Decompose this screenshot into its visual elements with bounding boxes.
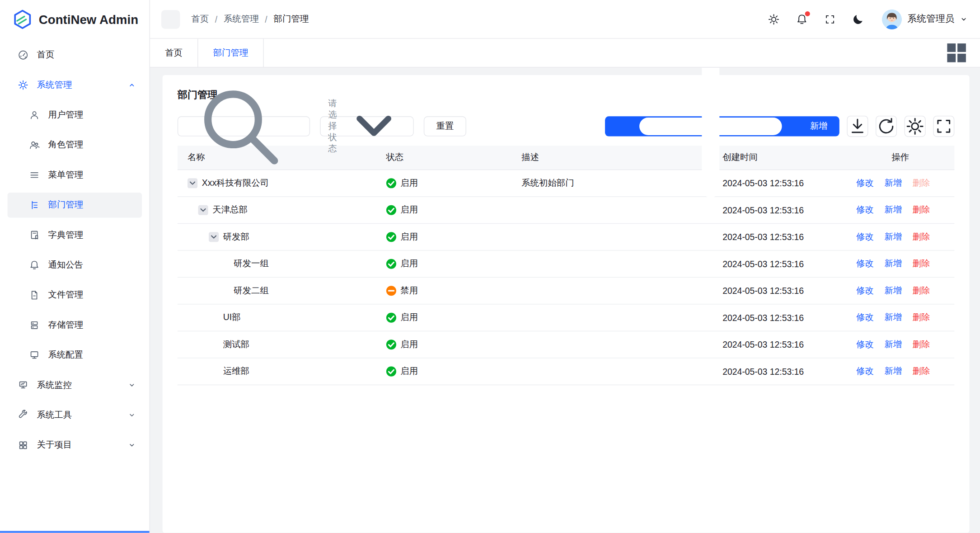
name-cell: Xxx科技有限公司 <box>178 178 376 189</box>
monitor-icon <box>29 349 40 361</box>
file-icon <box>29 289 40 301</box>
dark-mode-moon-icon[interactable] <box>852 13 864 25</box>
user-icon <box>29 109 40 121</box>
edit-link[interactable]: 修改 <box>856 339 874 350</box>
table-row: 天津总部启用2024-05-03 12:53:16修改新增删除 <box>178 197 954 224</box>
name-cell: 测试部 <box>178 339 376 350</box>
add-child-link[interactable]: 新增 <box>884 339 902 350</box>
name-cell: 运维部 <box>178 366 376 377</box>
add-child-link[interactable]: 新增 <box>884 178 902 189</box>
tab-dept-mgmt[interactable]: 部门管理 <box>198 39 264 67</box>
created-time-cell: 2024-05-03 12:53:16 <box>713 286 846 296</box>
sidebar-item-system-config[interactable]: 系统配置 <box>8 343 142 368</box>
edit-link[interactable]: 修改 <box>856 178 874 189</box>
wrench-icon <box>18 410 29 421</box>
sidebar-item-label: 字典管理 <box>48 230 136 241</box>
column-settings-button[interactable] <box>905 116 926 137</box>
sidebar-item-home[interactable]: 首页 <box>8 42 142 67</box>
avatar <box>882 9 902 29</box>
edit-link[interactable]: 修改 <box>856 204 874 216</box>
operations-cell: 修改新增删除 <box>846 366 954 377</box>
sidebar-item-system-mgmt[interactable]: 系统管理 <box>8 72 142 97</box>
operations-cell: 修改新增删除 <box>846 231 954 243</box>
settings-icon[interactable] <box>768 13 780 25</box>
app-window: ContiNew Admin 首页系统管理用户管理角色管理菜单管理部门管理字典管… <box>0 0 980 533</box>
header: 首页 / 系统管理 / 部门管理 <box>150 0 980 39</box>
status-label: 启用 <box>400 178 418 189</box>
breadcrumb-home[interactable]: 首页 <box>191 14 209 25</box>
edit-link[interactable]: 修改 <box>856 366 874 377</box>
sidebar-item-label: 系统配置 <box>48 349 136 361</box>
sidebar-item-about-project[interactable]: 关于项目 <box>8 433 142 458</box>
sidebar-item-notice[interactable]: 通知公告 <box>8 253 142 278</box>
sidebar-item-role-mgmt[interactable]: 角色管理 <box>8 132 142 157</box>
delete-link[interactable]: 删除 <box>913 312 930 323</box>
tree-indent <box>188 317 209 318</box>
logo-hexagon-icon <box>13 9 33 29</box>
add-child-link[interactable]: 新增 <box>884 204 902 216</box>
sidebar-collapse-button[interactable] <box>161 9 180 28</box>
column-header: 状态 <box>376 152 511 163</box>
edit-link[interactable]: 修改 <box>856 258 874 269</box>
tab-home[interactable]: 首页 <box>150 39 198 67</box>
status-badge: 启用 <box>386 231 502 243</box>
reset-button[interactable]: 重置 <box>424 116 466 136</box>
delete-link[interactable]: 删除 <box>913 339 930 350</box>
sidebar-item-dept-mgmt[interactable]: 部门管理 <box>8 193 142 217</box>
department-name: 研发一组 <box>234 258 268 269</box>
add-child-link[interactable]: 新增 <box>884 285 902 297</box>
status-select[interactable]: 请选择状态 <box>320 116 413 136</box>
notification-bell-icon[interactable] <box>796 13 808 25</box>
breadcrumb-separator: / <box>265 14 267 24</box>
delete-link[interactable]: 删除 <box>913 204 930 216</box>
edit-link[interactable]: 修改 <box>856 231 874 243</box>
sidebar-item-system-monitor[interactable]: 系统监控 <box>8 373 142 397</box>
tab-grid-icon[interactable] <box>942 39 980 67</box>
edit-link[interactable]: 修改 <box>856 285 874 297</box>
breadcrumb-system-mgmt[interactable]: 系统管理 <box>224 14 258 25</box>
sidebar-item-system-tools[interactable]: 系统工具 <box>8 403 142 428</box>
sidebar-item-user-mgmt[interactable]: 用户管理 <box>8 103 142 127</box>
export-download-button[interactable] <box>847 116 868 137</box>
tree-collapse-button[interactable] <box>188 178 197 188</box>
fullscreen-icon[interactable] <box>824 13 836 25</box>
status-badge: 启用 <box>386 366 502 377</box>
add-child-link[interactable]: 新增 <box>884 366 902 377</box>
name-cell: 研发二组 <box>178 285 376 297</box>
breadcrumb: 首页 / 系统管理 / 部门管理 <box>191 14 309 25</box>
delete-link[interactable]: 删除 <box>913 231 930 243</box>
add-button[interactable]: 新增 <box>605 116 839 136</box>
table-fullscreen-button[interactable] <box>933 116 954 137</box>
status-cell: 启用 <box>376 258 511 269</box>
department-name: Xxx科技有限公司 <box>202 178 269 189</box>
refresh-button[interactable] <box>876 116 897 137</box>
toolbar: 请选择状态 重置 新增 <box>178 116 954 137</box>
edit-link[interactable]: 修改 <box>856 312 874 323</box>
tree-collapse-button[interactable] <box>198 205 208 215</box>
delete-link[interactable]: 删除 <box>913 285 930 297</box>
sidebar-item-dict-mgmt[interactable]: 字典管理 <box>8 222 142 247</box>
header-actions: 系统管理员 <box>768 9 968 29</box>
add-child-link[interactable]: 新增 <box>884 231 902 243</box>
sidebar-item-file-mgmt[interactable]: 文件管理 <box>8 283 142 307</box>
status-label: 启用 <box>400 258 418 269</box>
bell-icon <box>29 259 40 271</box>
operations-cell: 修改新增删除 <box>846 339 954 350</box>
add-child-link[interactable]: 新增 <box>884 312 902 323</box>
search-input[interactable] <box>300 121 303 132</box>
user-menu[interactable]: 系统管理员 <box>882 9 968 29</box>
sidebar-item-storage-mgmt[interactable]: 存储管理 <box>8 313 142 338</box>
department-name: 研发部 <box>223 231 249 243</box>
menu-lines-icon <box>29 170 40 181</box>
tree-indent <box>188 237 209 237</box>
status-cell: 启用 <box>376 339 511 350</box>
keyword-search-field[interactable] <box>178 116 310 136</box>
add-child-link[interactable]: 新增 <box>884 258 902 269</box>
sidebar-item-label: 系统工具 <box>37 410 128 421</box>
sidebar-item-menu-mgmt[interactable]: 菜单管理 <box>8 163 142 188</box>
tree-collapse-button[interactable] <box>209 232 219 242</box>
dashboard-icon <box>18 49 29 61</box>
delete-link[interactable]: 删除 <box>913 258 930 269</box>
status-label: 启用 <box>400 312 418 323</box>
delete-link[interactable]: 删除 <box>913 366 930 377</box>
